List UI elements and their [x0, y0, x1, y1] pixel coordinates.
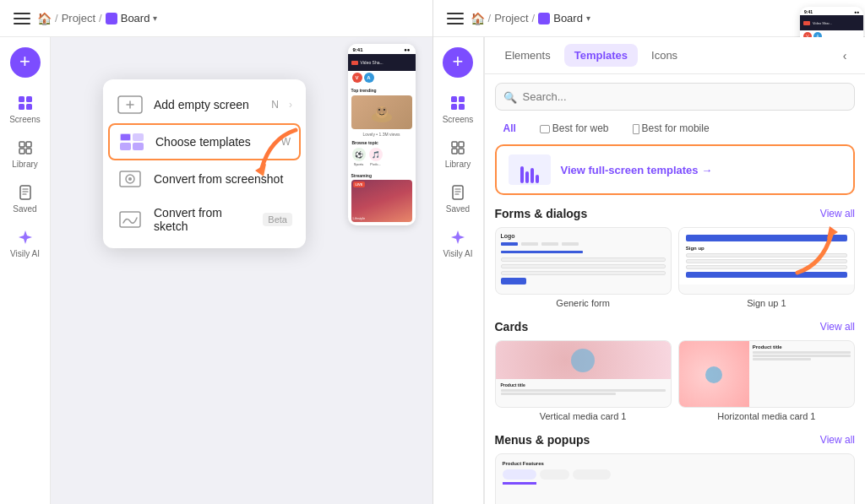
bar-4 — [536, 175, 539, 183]
breadcrumb-project[interactable]: Project — [62, 12, 95, 24]
product-features-card[interactable]: Product Features Product Features — [495, 453, 856, 504]
streaming-title: Streaming — [351, 173, 412, 178]
search-input[interactable] — [495, 83, 856, 111]
streaming-card-label: Lifestyle — [353, 216, 366, 220]
filter-all[interactable]: All — [495, 119, 525, 138]
bg-card-image — [351, 95, 412, 129]
right-hamburger-icon[interactable] — [447, 13, 464, 24]
menus-indicator — [503, 482, 536, 485]
filter-best-web[interactable]: Best for web — [531, 119, 617, 138]
right-breadcrumb-board[interactable]: Board ▾ — [538, 12, 590, 24]
generic-form-preview: Logo — [495, 227, 672, 295]
right-breadcrumb-project[interactable]: Project — [494, 12, 528, 24]
generic-form-card[interactable]: Logo — [495, 227, 672, 308]
plus-icon: + — [19, 52, 30, 71]
visily-ai-label: Visily AI — [10, 249, 40, 258]
svg-rect-1 — [26, 96, 32, 102]
board-icon — [106, 13, 117, 24]
arrow-indicator — [237, 122, 304, 192]
tabs-header: Elements Templates Icons ‹ — [485, 37, 866, 74]
choose-templates-icon — [118, 132, 145, 152]
card-circle — [571, 349, 595, 372]
gf-submit — [501, 278, 526, 285]
svg-rect-19 — [133, 133, 144, 141]
vertical-card-preview: Product title — [495, 340, 672, 408]
bar-2 — [525, 171, 529, 183]
convert-sketch-item[interactable]: Convert from sketch Beta — [103, 198, 306, 241]
breadcrumb-board[interactable]: Board ▾ — [106, 12, 158, 24]
mobile-icon — [633, 124, 639, 134]
left-sidebar: + Screens — [0, 37, 51, 504]
browse-chips-row: ⚽ Sports 🎵 Podc... — [352, 148, 411, 166]
add-screen-button[interactable]: + — [10, 47, 41, 78]
sports-label: Sports — [354, 162, 364, 166]
podcasts-label: Podc... — [370, 162, 380, 166]
svg-rect-20 — [120, 143, 131, 150]
hamburger-menu-icon[interactable] — [14, 13, 30, 24]
svg-point-14 — [384, 109, 385, 111]
full-screen-preview — [509, 154, 551, 185]
breadcrumb-board-label: Board — [121, 12, 150, 24]
right-library-icon — [448, 138, 468, 158]
gf-field-3 — [501, 271, 666, 275]
breadcrumb-sep1: / — [55, 12, 58, 24]
tab-icons[interactable]: Icons — [641, 44, 688, 67]
sidebar-item-visily-ai[interactable]: Visily AI — [3, 222, 47, 263]
cards-section-header: Cards View all — [495, 320, 856, 333]
cards-view-all[interactable]: View all — [820, 321, 855, 333]
svg-rect-33 — [459, 142, 464, 147]
gf-divider — [501, 251, 584, 253]
right-breadcrumb-board-label: Board — [553, 12, 583, 24]
right-visily-ai-icon — [448, 227, 468, 247]
gf-field-2 — [501, 264, 666, 268]
filter-best-mobile[interactable]: Best for mobile — [624, 119, 718, 138]
card-title: Product title — [501, 382, 666, 387]
right-home-icon[interactable]: 🏠 — [471, 12, 485, 25]
menu-chip-2 — [540, 469, 569, 480]
svg-point-25 — [128, 177, 132, 181]
avatar-1: V — [352, 73, 362, 83]
card-line-2 — [501, 393, 617, 395]
svg-rect-3 — [26, 104, 32, 110]
card-left-circle — [705, 366, 722, 383]
add-empty-chevron: › — [289, 99, 292, 111]
card-right-body: Product title — [749, 341, 854, 408]
bg-phone-header: Video Sha... — [348, 54, 416, 71]
right-sidebar-item-screens[interactable]: Screens — [436, 88, 480, 129]
right-screens-label: Screens — [443, 115, 474, 124]
add-empty-screen-item[interactable]: Add empty screen N › — [103, 86, 306, 123]
menus-view-all[interactable]: View all — [820, 434, 855, 446]
svg-rect-29 — [459, 96, 465, 102]
bg-phone-mockup: 9:41 ●● Video Sha... V A Top trending — [348, 44, 416, 225]
horizontal-card[interactable]: Product title Horizontal media card 1 — [678, 340, 855, 421]
sidebar-item-library[interactable]: Library — [3, 133, 47, 174]
chevron-down-icon: ▾ — [153, 14, 157, 23]
right-sidebar-item-saved[interactable]: Saved — [436, 177, 480, 219]
vertical-card[interactable]: Product title Vertical media card 1 — [495, 340, 672, 421]
svg-point-13 — [378, 109, 380, 111]
saved-icon — [15, 182, 35, 203]
menus-chips — [503, 469, 848, 480]
svg-rect-30 — [451, 104, 457, 110]
tab-templates[interactable]: Templates — [564, 44, 638, 67]
tab-elements[interactable]: Elements — [495, 44, 561, 67]
view-full-screen-templates-button[interactable]: View full-screen templates → — [495, 144, 856, 195]
panel-close-button[interactable]: ‹ — [835, 46, 855, 66]
sports-icon: ⚽ — [352, 148, 366, 161]
search-icon: 🔍 — [503, 90, 517, 103]
sidebar-item-screens[interactable]: Screens — [3, 88, 47, 129]
right-sidebar-item-library[interactable]: Library — [436, 133, 480, 174]
avatar-2: A — [364, 73, 374, 83]
forms-section-title: Forms & dialogs — [495, 207, 588, 220]
search-box: 🔍 — [495, 83, 856, 111]
right-sidebar-item-visily-ai[interactable]: Visily AI — [436, 222, 480, 263]
browse-chip-sports: ⚽ Sports — [352, 148, 366, 166]
right-breadcrumb-sep1: / — [488, 12, 492, 24]
signup-label: Sign up 1 — [747, 298, 786, 308]
right-add-screen-button[interactable]: + — [443, 47, 473, 78]
browse-area: Browse topic ⚽ Sports 🎵 Podc... — [348, 140, 416, 170]
svg-rect-34 — [452, 149, 457, 154]
svg-rect-21 — [133, 143, 144, 150]
sidebar-item-saved[interactable]: Saved — [3, 177, 47, 219]
home-icon[interactable]: 🏠 — [37, 12, 52, 25]
